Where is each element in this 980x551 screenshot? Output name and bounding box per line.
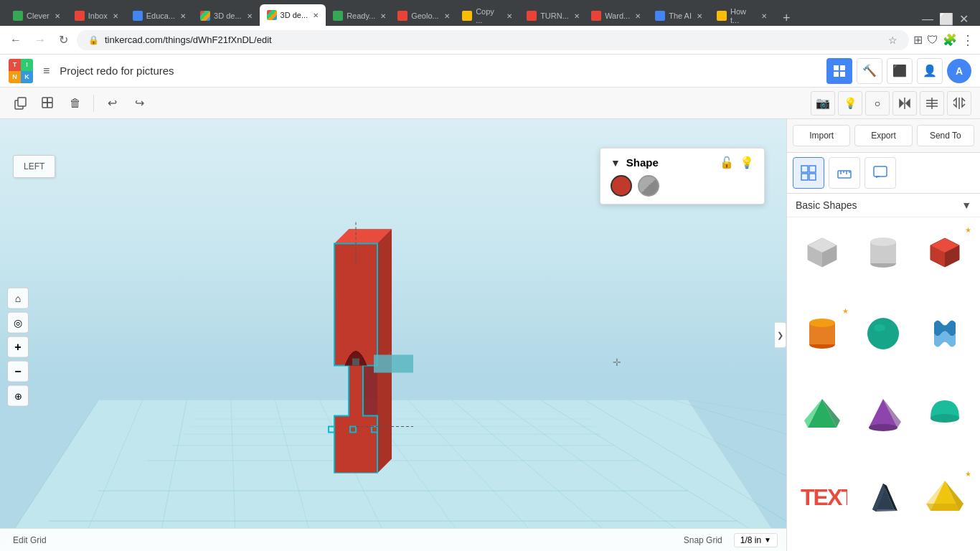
redo-button[interactable]: ↪ (127, 91, 151, 116)
bulb-button[interactable]: 💡 (838, 91, 862, 116)
tab-the-ai[interactable]: The AI ✕ (648, 6, 710, 26)
tab-3d-de1[interactable]: 3D de... ✕ (193, 6, 260, 26)
grid-sidebar-tab[interactable] (793, 157, 824, 189)
tab-ready[interactable]: Ready... ✕ (326, 6, 390, 26)
add-user-button[interactable]: 👤 (917, 58, 943, 84)
forward-button[interactable]: → (30, 31, 50, 50)
color-gray-button[interactable] (638, 175, 659, 197)
close-icon[interactable]: ✕ (247, 12, 253, 20)
shape-item-prism-navy[interactable] (854, 467, 913, 526)
close-icon[interactable]: ✕ (761, 12, 767, 20)
export-button[interactable]: Export (854, 125, 912, 146)
bulb-shape-button[interactable]: 💡 (740, 156, 754, 169)
close-icon[interactable]: ✕ (444, 12, 450, 20)
chromebook-icon[interactable]: ⊞ (913, 33, 923, 47)
expand-panel-button[interactable]: ❯ (775, 322, 786, 348)
menu-icon[interactable]: ⋮ (961, 32, 974, 48)
shape-item-box-red[interactable]: ★ (915, 223, 974, 282)
shield-icon[interactable]: 🛡 (927, 34, 938, 47)
undo-button[interactable]: ↩ (100, 91, 124, 116)
new-tab-button[interactable]: + (777, 11, 796, 26)
svg-rect-0 (834, 65, 839, 70)
fit-view-button[interactable]: ⊕ (7, 385, 29, 407)
svg-rect-2 (834, 72, 839, 77)
import-button[interactable]: Import (793, 125, 850, 146)
color-red-button[interactable] (611, 175, 632, 197)
tab-copy[interactable]: Copy ... ✕ (455, 6, 519, 26)
close-icon[interactable]: ✕ (635, 12, 641, 20)
tab-turn[interactable]: TURN... ✕ (519, 6, 584, 26)
tinkercad-logo[interactable]: T I N K (9, 59, 33, 83)
shape-item-cylinder-orange[interactable]: ★ (793, 304, 852, 363)
shapes-dropdown-button[interactable]: ▼ (961, 199, 971, 211)
shape-hole-button[interactable]: ○ (865, 91, 890, 116)
shape-item-squiggle-blue[interactable] (915, 304, 974, 363)
flip-button[interactable] (947, 91, 971, 116)
chat-sidebar-tab[interactable] (864, 157, 896, 189)
3d-object[interactable] (320, 222, 442, 474)
camera-button[interactable]: 📷 (811, 91, 835, 116)
tab-educa[interactable]: Educa... ✕ (126, 6, 193, 26)
view-cube[interactable]: LEFT (13, 155, 55, 178)
back-button[interactable]: ← (6, 31, 26, 50)
shape-item-pyramid-yellow[interactable]: ★ (915, 467, 974, 526)
svg-rect-8 (42, 103, 47, 108)
svg-rect-9 (47, 103, 52, 108)
svg-point-81 (867, 318, 899, 349)
shape-panel-arrow[interactable]: ▼ (611, 157, 621, 169)
lock-shape-button[interactable]: 🔓 (720, 156, 734, 169)
shape-item-text-red[interactable]: TEXT (793, 467, 852, 526)
delete-button[interactable]: 🗑 (63, 91, 88, 116)
close-icon[interactable]: ✕ (697, 12, 702, 20)
home-view-button[interactable]: ⌂ (7, 288, 29, 309)
shape-item-pyramid-green[interactable] (793, 386, 852, 445)
tab-geolo[interactable]: Geolo... ✕ (390, 6, 455, 26)
hammer-button[interactable]: 🔨 (857, 58, 882, 84)
star-icon[interactable]: ☆ (888, 34, 897, 46)
close-icon[interactable]: ✕ (55, 12, 60, 20)
svg-point-82 (874, 324, 885, 331)
close-icon[interactable]: ✕ (113, 12, 118, 20)
shape-item-halfball-teal[interactable] (915, 386, 974, 445)
zoom-out-button[interactable]: − (7, 361, 29, 382)
sidebar-top-tabs: Import Export Send To (787, 119, 980, 153)
grid-view-button[interactable] (826, 58, 852, 84)
select-all-button[interactable]: ◎ (7, 312, 29, 334)
zoom-in-button[interactable]: + (7, 336, 29, 358)
address-input-container[interactable]: 🔒 tinkercad.com/things/dWhF21fXnDL/edit … (77, 30, 909, 50)
puzzle-icon[interactable]: 🧩 (943, 33, 957, 47)
viewport[interactable]: LEFT ⌂ ◎ + − ⊕ ✛ ▼ Shape 🔓 💡 (0, 119, 786, 551)
cube-button[interactable]: ⬛ (887, 58, 913, 84)
shape-item-box-gray[interactable] (793, 223, 852, 282)
tab-how-t[interactable]: How t... ✕ (710, 6, 774, 26)
mirror-button[interactable] (892, 91, 917, 116)
list-view-button[interactable]: ≡ (40, 62, 52, 80)
close-icon[interactable]: ✕ (313, 11, 319, 19)
edit-grid-button[interactable]: Edit Grid (9, 534, 51, 547)
svg-rect-1 (840, 65, 845, 70)
snap-grid-selector[interactable]: 1/8 in ▼ (734, 533, 778, 547)
svg-point-74 (870, 237, 896, 246)
shapes-selector-bar: Basic Shapes ▼ (787, 194, 980, 217)
duplicate-button[interactable] (9, 91, 33, 116)
copy-multi-button[interactable] (36, 91, 60, 116)
close-icon[interactable]: ✕ (380, 12, 386, 20)
close-icon[interactable]: ✕ (574, 12, 580, 20)
tab-clever[interactable]: Clever ✕ (6, 6, 67, 26)
tab-ward[interactable]: Ward... ✕ (584, 6, 648, 26)
close-icon[interactable]: ✕ (507, 12, 512, 20)
tab-inbox[interactable]: Inbox ✕ (67, 6, 126, 26)
refresh-button[interactable]: ↻ (55, 30, 72, 50)
shapes-label: Basic Shapes (796, 199, 961, 211)
ruler-sidebar-tab[interactable] (829, 157, 860, 189)
send-to-button[interactable]: Send To (917, 125, 974, 146)
shape-item-cone-purple[interactable] (854, 386, 913, 445)
shape-item-sphere-teal[interactable] (854, 304, 913, 363)
align-button[interactable] (920, 91, 944, 116)
tab-3d-de2-active[interactable]: 3D de... ✕ (260, 4, 326, 26)
chevron-down-icon: ▼ (764, 536, 771, 544)
close-icon[interactable]: ✕ (180, 12, 186, 20)
shape-item-cylinder-gray[interactable] (854, 223, 913, 282)
avatar[interactable]: A (947, 59, 971, 83)
lock-icon: 🔒 (88, 35, 99, 45)
